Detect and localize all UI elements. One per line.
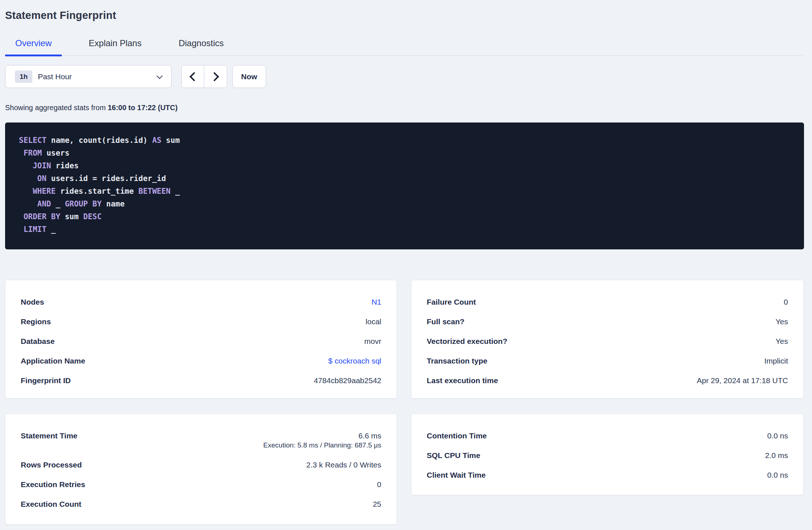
stat-label: Full scan? [427,317,465,326]
stat-value: 6.6 ms [263,431,381,441]
tab-bar: Overview Explain Plans Diagnostics [5,38,804,56]
sql-statement-box: SELECT name, count(rides.id) AS sum FROM… [5,123,804,249]
stat-label: Rows Processed [21,460,82,470]
wait-time-card: Contention Time 0.0 ns SQL CPU Time 2.0 … [411,414,804,495]
tab-overview[interactable]: Overview [5,38,62,56]
stat-label: Execution Retries [21,480,85,489]
stat-label: Contention Time [427,431,487,441]
time-step-button-group [181,65,227,88]
stat-row-execution-count: Execution Count 25 [21,494,381,514]
stat-label: Client Wait Time [427,470,486,480]
stat-row-application-name: Application Name $ cockroach sql [21,351,381,371]
stat-value-group: 6.6 ms Execution: 5.8 ms / Planning: 687… [263,431,381,450]
stat-label: Regions [21,317,51,326]
time-range-label: Past Hour [38,72,72,81]
stat-value: 25 [373,499,381,509]
tab-explain-plans[interactable]: Explain Plans [79,38,152,56]
stat-row-statement-time: Statement Time 6.6 ms Execution: 5.8 ms … [21,426,381,455]
stat-row-last-execution-time: Last execution time Apr 29, 2024 at 17:1… [427,371,788,390]
stat-label: SQL CPU Time [427,451,480,460]
chevron-left-icon [189,72,198,81]
stat-value: 0 [784,297,788,307]
stat-row-rows-processed: Rows Processed 2.3 k Reads / 0 Writes [21,455,381,475]
stat-label: Transaction type [427,356,487,366]
details-card: Nodes N1 Regions local Database movr App… [5,280,397,398]
aggregated-stats-caption: Showing aggregated stats from 16:00 to 1… [5,103,804,112]
stat-label: Nodes [21,297,44,307]
stat-label: Statement Time [21,431,77,441]
stat-value: 0.0 ns [767,470,788,480]
stat-value: movr [364,337,381,346]
stat-label: Execution Count [21,499,81,509]
stat-label: Last execution time [427,376,498,385]
stat-row-vectorized-execution: Vectorized execution? Yes [427,332,788,351]
stat-label: Application Name [21,356,85,366]
statement-fingerprint-page: Statement Fingerprint Overview Explain P… [0,0,812,530]
stat-value: Apr 29, 2024 at 17:18 UTC [697,376,788,385]
chevron-down-icon [157,73,163,79]
time-range-dropdown[interactable]: 1h Past Hour [5,65,172,88]
stat-value: 2.3 k Reads / 0 Writes [306,460,381,470]
stat-subvalue: Execution: 5.8 ms / Planning: 687.5 µs [263,441,381,450]
stat-row-failure-count: Failure Count 0 [427,292,788,312]
now-button[interactable]: Now [232,65,266,88]
statement-time-card: Statement Time 6.6 ms Execution: 5.8 ms … [5,414,397,525]
stat-value: 4784cb829aab2542 [314,376,381,385]
previous-interval-button[interactable] [182,65,204,88]
stat-value: 0 [377,480,381,489]
stat-label: Database [21,337,55,346]
caption-prefix: Showing aggregated stats from [5,104,108,112]
stat-row-nodes: Nodes N1 [21,292,381,312]
stat-value: Yes [776,317,788,326]
stat-value: local [366,317,381,326]
stat-value: Yes [776,337,788,346]
chevron-right-icon [210,72,219,81]
next-interval-button[interactable] [204,65,227,88]
stat-row-fingerprint-id: Fingerprint ID 4784cb829aab2542 [21,371,381,390]
stat-row-client-wait-time: Client Wait Time 0.0 ns [427,465,788,485]
time-controls: 1h Past Hour Now [5,65,804,88]
caption-time-range: 16:00 to 17:22 (UTC) [108,104,177,112]
time-range-badge: 1h [15,71,32,83]
nodes-link[interactable]: N1 [371,297,381,307]
stat-row-execution-retries: Execution Retries 0 [21,475,381,494]
stat-label: Fingerprint ID [21,376,71,385]
stat-value: 0.0 ns [767,431,788,441]
stat-value: 2.0 ms [765,451,788,460]
stat-value: Implicit [764,356,788,366]
stat-row-database: Database movr [21,332,381,351]
stat-row-transaction-type: Transaction type Implicit [427,351,788,371]
stat-row-regions: Regions local [21,312,381,332]
stats-card-grid: Nodes N1 Regions local Database movr App… [5,280,804,525]
stat-row-sql-cpu-time: SQL CPU Time 2.0 ms [427,446,788,465]
stat-label: Failure Count [427,297,476,307]
stat-label: Vectorized execution? [427,337,507,346]
execution-attributes-card: Failure Count 0 Full scan? Yes Vectorize… [411,280,804,398]
application-name-link[interactable]: $ cockroach sql [328,356,381,366]
stat-row-contention-time: Contention Time 0.0 ns [427,426,788,446]
stat-row-full-scan: Full scan? Yes [427,312,788,332]
tab-diagnostics[interactable]: Diagnostics [168,38,234,56]
page-title: Statement Fingerprint [5,0,804,22]
